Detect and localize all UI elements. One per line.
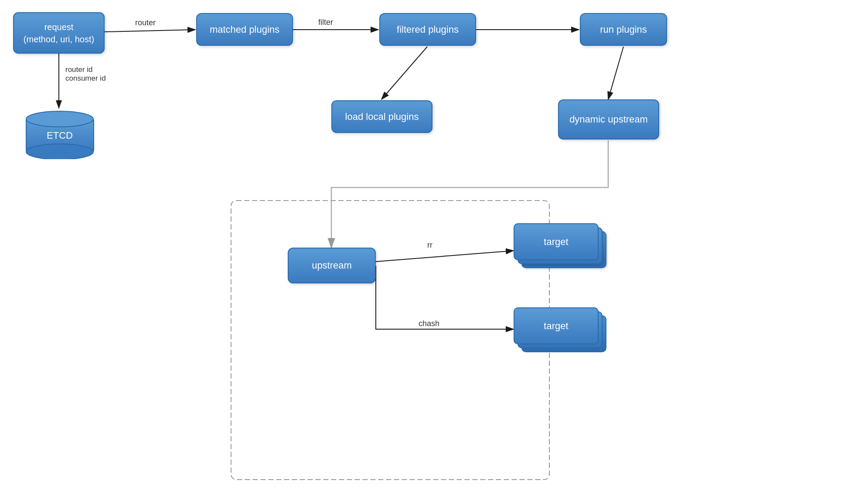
svg-text:chash: chash bbox=[419, 319, 439, 328]
svg-text:router id: router id bbox=[65, 65, 92, 74]
svg-line-11 bbox=[608, 47, 623, 99]
node-upstream-label: upstream bbox=[312, 260, 352, 271]
node-target2-label: target bbox=[544, 320, 568, 332]
node-upstream: upstream bbox=[288, 248, 376, 283]
svg-point-17 bbox=[26, 144, 93, 159]
svg-rect-12 bbox=[231, 201, 549, 480]
etcd-cylinder-svg: ETCD bbox=[24, 107, 96, 159]
node-request: request(method, uri, host) bbox=[13, 12, 105, 54]
svg-text:router: router bbox=[135, 18, 156, 27]
svg-text:filter: filter bbox=[318, 18, 333, 27]
node-etcd: ETCD bbox=[24, 107, 96, 159]
node-target1-label: target bbox=[544, 236, 568, 248]
svg-line-2 bbox=[105, 30, 195, 32]
node-matched-plugins: matched plugins bbox=[196, 13, 293, 46]
node-load-local-plugins: load local plugins bbox=[331, 100, 432, 133]
node-filtered-plugins: filtered plugins bbox=[379, 13, 476, 46]
node-run-plugins-label: run plugins bbox=[600, 24, 647, 35]
node-target1: target bbox=[514, 223, 609, 271]
diagram-svg: router filter router id consumer id rr c… bbox=[0, 0, 858, 504]
svg-line-10 bbox=[381, 47, 427, 99]
node-dynamic-upstream-label: dynamic upstream bbox=[569, 114, 648, 125]
node-dynamic-upstream: dynamic upstream bbox=[558, 99, 659, 140]
svg-text:rr: rr bbox=[427, 241, 432, 249]
node-target2: target bbox=[514, 307, 609, 355]
node-load-local-plugins-label: load local plugins bbox=[345, 111, 419, 123]
diagram-container: router filter router id consumer id rr c… bbox=[0, 0, 858, 504]
node-filtered-plugins-label: filtered plugins bbox=[397, 24, 459, 35]
node-run-plugins: run plugins bbox=[580, 13, 667, 46]
node-request-label: request(method, uri, host) bbox=[24, 21, 94, 45]
svg-text:consumer id: consumer id bbox=[65, 74, 106, 82]
svg-point-18 bbox=[26, 111, 93, 127]
svg-text:ETCD: ETCD bbox=[47, 130, 73, 141]
node-matched-plugins-label: matched plugins bbox=[210, 24, 279, 35]
